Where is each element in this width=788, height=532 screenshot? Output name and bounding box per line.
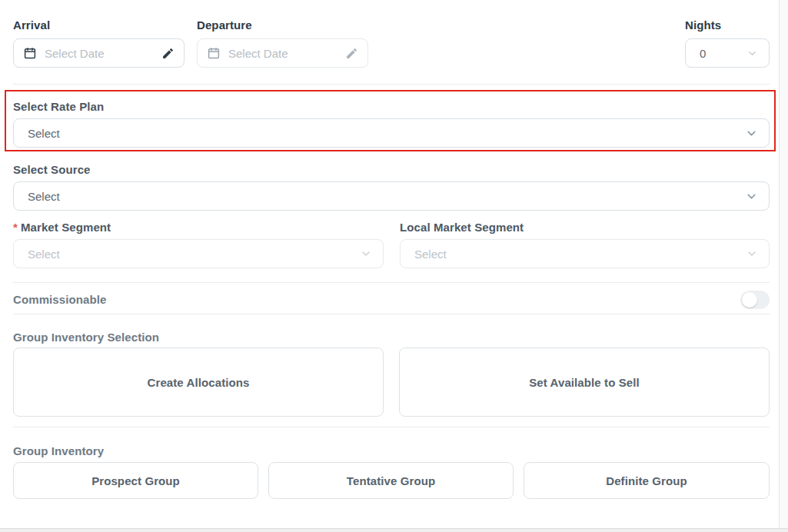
set-available-to-sell-button[interactable]: Set Available to Sell [399, 347, 770, 417]
nights-select[interactable]: 0 [685, 38, 770, 68]
chevron-down-icon [746, 48, 758, 59]
commissionable-label: Commissionable [13, 293, 106, 306]
market-segment-value: Select [28, 248, 60, 261]
toggle-knob [742, 292, 757, 308]
divider [13, 84, 770, 85]
scrollbar-track[interactable] [779, 0, 788, 532]
chevron-down-icon [360, 248, 372, 260]
calendar-icon [23, 46, 37, 60]
tentative-group-button[interactable]: Tentative Group [268, 462, 514, 499]
group-inventory-selection-label: Group Inventory Selection [13, 331, 159, 344]
prospect-group-button[interactable]: Prospect Group [13, 462, 258, 499]
market-segment-select[interactable]: Select [13, 239, 384, 268]
local-market-segment-select[interactable]: Select [400, 239, 770, 268]
arrival-label: Arrival [13, 18, 50, 32]
definite-group-button[interactable]: Definite Group [524, 462, 770, 499]
source-value: Select [28, 190, 60, 203]
bottom-edge [0, 528, 788, 532]
nights-label: Nights [685, 18, 721, 32]
required-asterisk: * [13, 221, 18, 234]
chevron-down-icon [746, 248, 758, 260]
rate-plan-select[interactable]: Select [13, 118, 770, 148]
source-select[interactable]: Select [13, 181, 770, 211]
source-label: Select Source [13, 163, 91, 176]
create-allocations-button[interactable]: Create Allocations [13, 347, 384, 417]
local-market-segment-label: Local Market Segment [400, 221, 524, 234]
departure-date-placeholder: Select Date [228, 47, 288, 60]
market-segment-label: *Market Segment [13, 221, 111, 234]
local-market-segment-value: Select [414, 248, 447, 261]
group-inventory-label: Group Inventory [13, 444, 104, 457]
rate-plan-label: Select Rate Plan [13, 100, 104, 113]
chevron-down-icon [745, 127, 758, 140]
group-booking-form: Arrival Select Date Departure Select Dat… [0, 0, 788, 532]
departure-date-field[interactable]: Select Date [197, 38, 368, 68]
divider [13, 427, 770, 427]
chevron-down-icon [745, 190, 758, 203]
edit-pencil-icon [345, 47, 358, 60]
arrival-date-placeholder: Select Date [45, 47, 105, 60]
nights-value: 0 [700, 47, 706, 60]
departure-label: Departure [197, 18, 252, 32]
arrival-date-field[interactable]: Select Date [13, 38, 185, 68]
divider [13, 282, 770, 283]
edit-pencil-icon[interactable] [161, 47, 175, 60]
commissionable-toggle[interactable] [740, 291, 770, 309]
divider [13, 314, 770, 314]
rate-plan-value: Select [28, 127, 60, 140]
calendar-icon [207, 46, 221, 60]
